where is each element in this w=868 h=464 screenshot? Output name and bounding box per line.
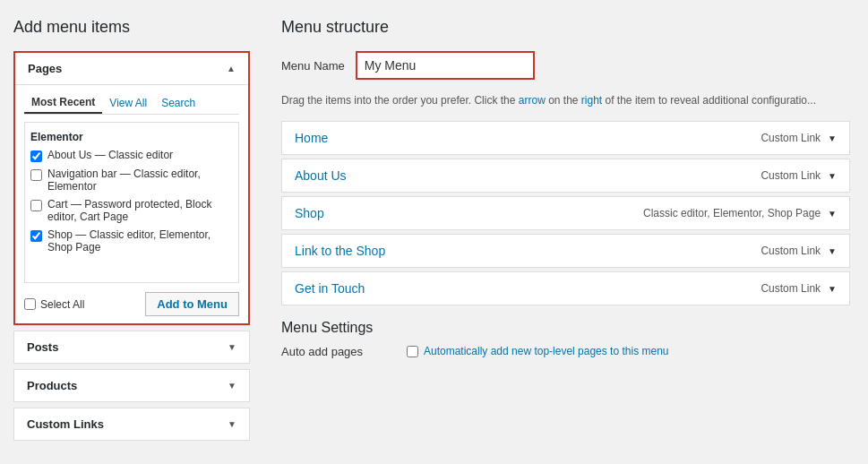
menu-item-about-us-chevron-icon[interactable]: ▼ <box>828 171 837 181</box>
menu-items-list: Home Custom Link ▼ About Us Custom Link … <box>281 121 850 305</box>
custom-links-label: Custom Links <box>27 417 104 431</box>
menu-item-get-in-touch-type: Custom Link <box>761 282 821 295</box>
auto-add-label: Auto add pages <box>281 345 389 358</box>
menu-item-home-chevron-icon[interactable]: ▼ <box>828 133 837 143</box>
pages-chevron-up-icon: ▲ <box>227 64 236 73</box>
pages-list: Elementor About Us — Classic editor Navi… <box>25 123 238 282</box>
list-item: Navigation bar — Classic editor, Element… <box>30 165 233 195</box>
pages-bottom-row: Select All Add to Menu <box>24 292 239 316</box>
products-accordion-header[interactable]: Products ▼ <box>14 370 249 401</box>
select-all-label[interactable]: Select All <box>24 298 84 311</box>
menu-item-about-us-type: Custom Link <box>761 169 821 182</box>
pages-accordion-content: Most Recent View All Search Elementor Ab… <box>15 84 248 323</box>
list-item: About Us — Classic editor <box>30 146 233 165</box>
add-to-menu-button[interactable]: Add to Menu <box>145 292 239 316</box>
custom-links-accordion: Custom Links ▼ <box>13 408 250 441</box>
menu-item-about-us-name: About Us <box>295 168 347 183</box>
pages-accordion-header[interactable]: Pages ▲ <box>15 53 248 84</box>
menu-item-get-in-touch-chevron-icon[interactable]: ▼ <box>828 284 837 294</box>
menu-item-get-in-touch: Get in Touch Custom Link ▼ <box>281 271 850 305</box>
menu-item-link-to-shop: Link to the Shop Custom Link ▼ <box>281 234 850 268</box>
pages-accordion: Pages ▲ Most Recent View All Search Elem… <box>13 51 250 325</box>
drag-hint-right: right <box>581 94 602 107</box>
auto-add-checkbox[interactable] <box>407 346 418 357</box>
checkbox-shop[interactable] <box>30 230 42 242</box>
right-panel: Menu structure Menu Name Drag the items … <box>263 0 868 464</box>
auto-add-checkbox-row: Automatically add new top-level pages to… <box>407 345 669 357</box>
select-all-text: Select All <box>40 298 84 311</box>
menu-name-label: Menu Name <box>281 59 345 73</box>
item-label-shop: Shop — Classic editor, Elementor, Shop P… <box>47 228 233 253</box>
menu-item-link-to-shop-type: Custom Link <box>761 245 821 257</box>
menu-item-shop-right: Classic editor, Elementor, Shop Page ▼ <box>643 207 837 219</box>
menu-item-shop-name: Shop <box>295 206 324 220</box>
select-all-checkbox[interactable] <box>24 298 36 310</box>
menu-item-home-type: Custom Link <box>761 132 821 144</box>
menu-item-shop: Shop Classic editor, Elementor, Shop Pag… <box>281 196 850 230</box>
products-accordion: Products ▼ <box>13 369 250 402</box>
menu-item-about-us: About Us Custom Link ▼ <box>281 159 850 193</box>
menu-item-link-to-shop-right: Custom Link ▼ <box>761 245 837 257</box>
group-label-elementor: Elementor <box>30 128 233 146</box>
menu-item-home-name: Home <box>295 131 328 145</box>
menu-item-home: Home Custom Link ▼ <box>281 121 850 155</box>
posts-accordion-header[interactable]: Posts ▼ <box>14 331 249 363</box>
settings-row: Auto add pages Automatically add new top… <box>281 345 850 358</box>
menu-item-link-to-shop-chevron-icon[interactable]: ▼ <box>828 246 837 256</box>
menu-settings-title: Menu Settings <box>281 320 850 336</box>
auto-add-checkbox-label: Automatically add new top-level pages to… <box>424 345 669 357</box>
posts-accordion: Posts ▼ <box>13 331 250 364</box>
tab-most-recent[interactable]: Most Recent <box>24 92 102 114</box>
posts-chevron-down-icon: ▼ <box>228 342 236 352</box>
pages-list-wrapper: Elementor About Us — Classic editor Navi… <box>24 122 239 283</box>
left-panel: Add menu items Pages ▲ Most Recent View … <box>0 0 263 464</box>
menu-item-shop-chevron-icon[interactable]: ▼ <box>828 209 837 219</box>
custom-links-chevron-down-icon: ▼ <box>228 419 236 429</box>
drag-hint-arrow: arrow <box>519 94 546 107</box>
menu-item-get-in-touch-name: Get in Touch <box>295 281 365 296</box>
menu-item-get-in-touch-right: Custom Link ▼ <box>761 282 837 295</box>
menu-item-about-us-right: Custom Link ▼ <box>761 169 837 182</box>
checkbox-nav-bar[interactable] <box>30 169 42 181</box>
pages-label: Pages <box>28 62 62 75</box>
menu-item-shop-type: Classic editor, Elementor, Shop Page <box>643 207 821 219</box>
custom-links-accordion-header[interactable]: Custom Links ▼ <box>14 408 249 440</box>
menu-name-row: Menu Name <box>281 51 850 80</box>
products-chevron-down-icon: ▼ <box>228 381 236 391</box>
menu-item-link-to-shop-name: Link to the Shop <box>295 244 385 258</box>
checkbox-cart[interactable] <box>30 200 42 211</box>
item-label-nav-bar: Navigation bar — Classic editor, Element… <box>47 168 233 193</box>
products-label: Products <box>27 379 77 392</box>
tab-search[interactable]: Search <box>154 92 202 114</box>
list-item: Cart — Password protected, Block editor,… <box>30 195 233 226</box>
drag-hint: Drag the items into the order you prefer… <box>281 92 850 108</box>
right-panel-title: Menu structure <box>281 18 850 37</box>
checkbox-about-us[interactable] <box>30 150 42 162</box>
list-item: Shop — Classic editor, Elementor, Shop P… <box>30 226 233 256</box>
posts-label: Posts <box>27 340 58 354</box>
item-label-about-us: About Us — Classic editor <box>47 149 173 161</box>
menu-item-home-right: Custom Link ▼ <box>761 132 837 144</box>
pages-tabs-row: Most Recent View All Search <box>24 92 239 115</box>
menu-name-input[interactable] <box>356 51 535 80</box>
item-label-cart: Cart — Password protected, Block editor,… <box>47 198 233 223</box>
left-panel-title: Add menu items <box>13 18 250 37</box>
tab-view-all[interactable]: View All <box>102 92 154 114</box>
